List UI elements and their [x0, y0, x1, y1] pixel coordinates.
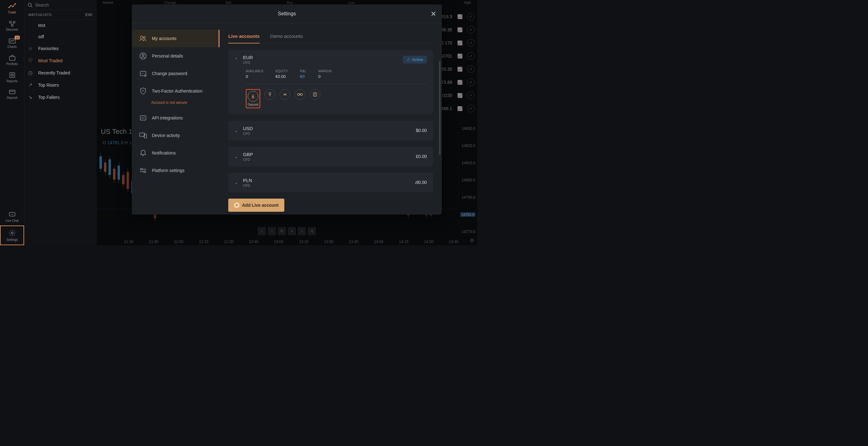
svg-point-17: [11, 232, 13, 234]
nav-notifications[interactable]: Notifications: [132, 144, 219, 162]
svg-point-79: [144, 171, 146, 173]
svg-rect-75: [144, 134, 147, 138]
nav-deposit-label: Deposit: [7, 96, 18, 99]
stat-label: EQUITY: [276, 69, 288, 73]
wl-label: Top Fallers: [38, 95, 60, 100]
tab-live-accounts[interactable]: Live accounts: [228, 30, 259, 43]
active-badge: ✓ Active: [403, 56, 427, 64]
shield-icon: [139, 87, 148, 95]
account-header-gbp[interactable]: ⌄ GBP CFD £0.00: [228, 147, 433, 166]
sliders-icon: [139, 166, 148, 175]
svg-point-68: [141, 73, 142, 74]
account-card-eur: ⌃ EUR CFD ✓ Active: [228, 50, 433, 114]
link-button[interactable]: [294, 89, 305, 100]
nav-label: My accounts: [152, 36, 177, 41]
account-type: CFD: [243, 183, 252, 187]
stat-value: €0: [300, 74, 306, 79]
svg-point-69: [143, 73, 143, 74]
nav-rail: Trade Discover 12 Charts Portfolio Rep: [0, 0, 24, 245]
account-name: USD: [243, 126, 253, 131]
nav-live-chat[interactable]: Live Chat: [0, 208, 24, 226]
nav-deposit[interactable]: Deposit: [0, 86, 24, 103]
watchlist-item-favourites[interactable]: ☆Favourites: [24, 42, 96, 55]
nav-label: API integrations: [152, 115, 183, 121]
wl-label: Most Traded: [38, 58, 63, 63]
heart-icon: ♡: [28, 58, 35, 64]
portfolio-icon: [8, 55, 16, 61]
search-input[interactable]: [35, 2, 79, 7]
account-name: PLN: [243, 178, 252, 183]
watchlists-edit[interactable]: Edit: [85, 12, 92, 17]
nav-discover[interactable]: Discover: [0, 17, 24, 34]
nav-device-activity[interactable]: Device activity: [132, 127, 219, 144]
account-header-usd[interactable]: ⌄ USD CFD $0.00: [228, 121, 433, 140]
nav-reports[interactable]: Reports: [0, 69, 24, 86]
nav-discover-label: Discover: [6, 28, 18, 31]
transfer-button[interactable]: [280, 89, 290, 100]
svg-point-1: [15, 3, 16, 4]
chevron-down-icon: ⌄: [235, 180, 238, 185]
modal-title: Settings: [278, 11, 296, 16]
stat-label: AVAILABLE: [246, 69, 264, 73]
settings-modal: Settings ✕ My accounts: [132, 4, 442, 214]
deposit-button[interactable]: [248, 91, 258, 102]
svg-line-19: [31, 6, 32, 7]
nav-trade[interactable]: Trade: [0, 0, 24, 17]
watchlist-item-fallers[interactable]: ↘Top Fallers: [24, 91, 96, 103]
stat-value: 0: [246, 74, 264, 79]
settings-content: Live accounts Demo accounts ⌃ EUR CFD: [219, 24, 442, 214]
nav-two-factor[interactable]: Two-Factor Authentication Account is not…: [132, 82, 219, 109]
account-header-eur[interactable]: ⌃ EUR CFD ✓ Active: [228, 50, 433, 69]
nav-trade-label: Trade: [8, 11, 16, 14]
plus-icon: +: [234, 202, 240, 208]
lock-icon: [139, 69, 148, 78]
nav-platform-settings[interactable]: Platform settings: [132, 162, 219, 179]
api-icon: API: [139, 113, 148, 122]
wl-label: sdf: [38, 34, 44, 39]
chevron-down-icon: ⌄: [235, 128, 238, 133]
account-card-gbp: ⌄ GBP CFD £0.00: [228, 147, 433, 166]
star-icon: ☆: [28, 45, 35, 51]
nav-reports-label: Reports: [7, 79, 18, 83]
account-type: CFD: [243, 132, 253, 135]
scrollbar[interactable]: [439, 61, 441, 155]
account-type: CFD: [243, 61, 253, 64]
users-icon: [139, 34, 148, 43]
svg-point-66: [142, 54, 144, 56]
nav-charts[interactable]: 12 Charts: [0, 34, 24, 52]
svg-point-16: [13, 214, 13, 214]
account-balance: $0.00: [416, 128, 427, 133]
stat-label: P&L: [300, 69, 306, 73]
add-live-account-button[interactable]: + Add Live account: [228, 199, 284, 212]
watchlist-item-risers[interactable]: ↗Top Risers: [24, 79, 96, 91]
gear-icon: [8, 229, 16, 237]
tab-demo-accounts[interactable]: Demo accounts: [270, 30, 303, 43]
account-balance: £0.00: [416, 154, 427, 159]
search-icon: [28, 2, 33, 7]
nav-settings[interactable]: Settings: [0, 226, 24, 245]
watchlist-item-recent[interactable]: ◷Recently Traded: [24, 67, 96, 79]
withdraw-button[interactable]: [265, 89, 275, 100]
nav-api-integrations[interactable]: API API integrations: [132, 109, 219, 127]
add-live-label: Add Live account: [242, 203, 279, 208]
nav-portfolio[interactable]: Portfolio: [0, 52, 24, 69]
search-row[interactable]: [24, 0, 96, 10]
account-header-pln[interactable]: ⌄ PLN CFD zł0.00: [228, 173, 433, 192]
nav-my-accounts[interactable]: My accounts: [132, 30, 219, 47]
nav-personal-details[interactable]: Personal details: [132, 47, 219, 65]
clock-icon: ◷: [28, 70, 35, 76]
account-tabs: Live accounts Demo accounts: [228, 30, 433, 43]
watchlist-item-most-traded[interactable]: ♡Most Traded: [24, 55, 96, 67]
svg-point-4: [11, 24, 13, 26]
close-icon[interactable]: ✕: [431, 10, 436, 18]
watchlist-item-test[interactable]: test: [24, 20, 96, 31]
watchlist-item-sdf[interactable]: sdf: [24, 31, 96, 42]
deposit-highlight: Deposit: [246, 89, 260, 108]
stat-label: MARGIN: [318, 69, 332, 73]
svg-point-64: [144, 37, 145, 38]
statement-button[interactable]: [310, 89, 320, 100]
nav-change-password[interactable]: Change password: [132, 65, 219, 82]
nav-chat-label: Live Chat: [5, 219, 19, 222]
chat-icon: [8, 211, 16, 218]
svg-line-6: [13, 23, 13, 24]
